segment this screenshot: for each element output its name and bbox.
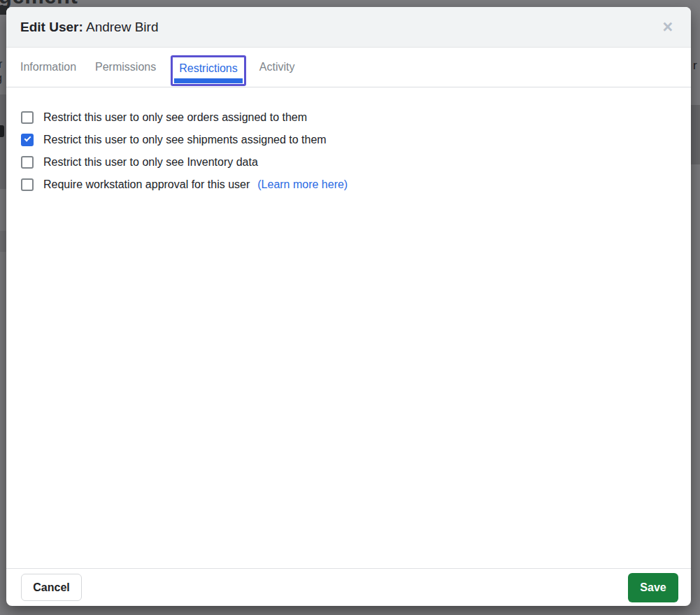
background-text-fragment: g: [0, 72, 2, 85]
close-icon[interactable]: ×: [659, 17, 676, 37]
restrictions-panel: Restrict this user to only see orders as…: [6, 87, 691, 568]
tab-bar: Information Permissions Restrictions Act…: [6, 48, 691, 87]
checkbox-label: Restrict this user to only see Inventory…: [43, 156, 258, 169]
modal-title-prefix: Edit User:: [20, 20, 83, 34]
background-heading-text: gement: [0, 0, 78, 7]
checkbox-row-inventory[interactable]: Restrict this user to only see Inventory…: [21, 151, 677, 174]
orders-checkbox[interactable]: [21, 111, 34, 124]
active-tab-indicator: [174, 78, 243, 83]
checkbox-label: Restrict this user to only see shipments…: [43, 134, 327, 146]
checkbox-row-shipments[interactable]: Restrict this user to only see shipments…: [21, 129, 677, 151]
checkbox-label: Require workstation approval for this us…: [43, 178, 250, 191]
workstation-approval-checkbox[interactable]: [21, 178, 34, 191]
background-heading-fragment: gement: [0, 0, 81, 7]
checkbox-label: Restrict this user to only see orders as…: [43, 111, 307, 124]
edit-user-modal: Edit User: Andrew Bird × Information Per…: [6, 7, 691, 606]
tab-restrictions-focus-ring: Restrictions: [171, 55, 246, 86]
tab-restrictions[interactable]: Restrictions: [173, 57, 244, 78]
modal-title: Edit User: Andrew Bird: [20, 20, 158, 35]
learn-more-link[interactable]: (Learn more here): [257, 178, 348, 191]
modal-header: Edit User: Andrew Bird ×: [6, 7, 691, 48]
background-shade-band: [0, 231, 6, 252]
tab-information[interactable]: Information: [20, 61, 76, 73]
background-dark-element: [0, 125, 4, 137]
modal-footer: Cancel Save: [6, 568, 691, 606]
save-button[interactable]: Save: [628, 573, 678, 602]
background-text-fragment: or: [0, 58, 2, 71]
check-icon: [24, 135, 31, 142]
cancel-button[interactable]: Cancel: [21, 574, 82, 601]
background-text-fragment: r: [693, 59, 697, 73]
tab-activity[interactable]: Activity: [259, 61, 295, 73]
checkbox-row-orders[interactable]: Restrict this user to only see orders as…: [21, 106, 677, 129]
modal-title-username: Andrew Bird: [86, 20, 159, 34]
background-shade-band: [691, 105, 700, 164]
shipments-checkbox[interactable]: [21, 134, 34, 146]
inventory-checkbox[interactable]: [21, 156, 34, 169]
tab-permissions[interactable]: Permissions: [95, 61, 156, 73]
checkbox-row-workstation-approval[interactable]: Require workstation approval for this us…: [21, 174, 677, 196]
background-shade-band: [0, 94, 6, 189]
